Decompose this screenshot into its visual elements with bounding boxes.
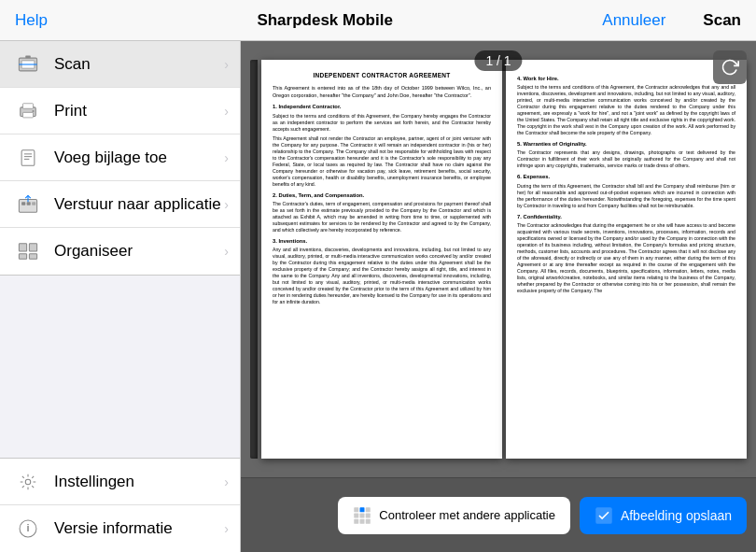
- control-label: Controleer met andere applicatie: [379, 508, 555, 522]
- instellingen-label: Instellingen: [54, 473, 224, 491]
- scan-icon: [11, 48, 45, 81]
- section-4-title: 4. Work for Hire.: [517, 75, 735, 82]
- content-area: 1 / 1 INDEPENDENT CONTRACTOR AGREEMENT T…: [241, 41, 756, 552]
- sidebar-item-organiseer[interactable]: Organiseer ›: [0, 228, 240, 275]
- svg-rect-20: [29, 254, 36, 260]
- svg-rect-14: [27, 202, 31, 205]
- share-icon: [11, 188, 45, 221]
- print-icon: [11, 94, 45, 128]
- page-counter: 1 / 1: [474, 50, 522, 71]
- bottom-bar: Controleer met andere applicatie Afbeeld…: [241, 477, 756, 552]
- sidebar-item-print[interactable]: Print ›: [0, 88, 240, 134]
- svg-rect-28: [360, 513, 365, 517]
- sidebar: Scan › Print ›: [0, 41, 241, 552]
- svg-rect-27: [355, 513, 359, 517]
- document-preview: 1 / 1 INDEPENDENT CONTRACTOR AGREEMENT T…: [241, 41, 756, 477]
- top-bar: Help Sharpdesk Mobile Annuleer Scan: [0, 0, 756, 41]
- document-page: INDEPENDENT CONTRACTOR AGREEMENT This Ag…: [261, 60, 502, 459]
- svg-text:i: i: [26, 522, 29, 533]
- app-title: Sharpdesk Mobile: [257, 11, 392, 30]
- svg-rect-24: [355, 507, 359, 512]
- svg-point-7: [32, 109, 34, 111]
- scan-chevron: ›: [224, 57, 229, 72]
- svg-rect-5: [23, 103, 34, 108]
- svg-rect-29: [366, 513, 371, 517]
- sidebar-item-instellingen[interactable]: Instellingen ›: [0, 459, 240, 505]
- settings-icon: [11, 465, 45, 499]
- doc-para-1: Subject to the terms and conditions of t…: [273, 113, 491, 133]
- info-icon: i: [11, 512, 45, 545]
- svg-rect-19: [19, 254, 26, 260]
- section-7-title: 7. Confidentiality.: [517, 213, 735, 220]
- main-layout: Scan › Print ›: [0, 41, 756, 552]
- document-content: INDEPENDENT CONTRACTOR AGREEMENT This Ag…: [261, 60, 502, 459]
- svg-rect-15: [32, 202, 35, 205]
- svg-rect-13: [21, 202, 25, 205]
- versie-chevron: ›: [224, 521, 229, 536]
- doc-para-4: Any and all inventions, discoveries, dev…: [273, 247, 491, 305]
- print-chevron: ›: [224, 104, 229, 119]
- svg-rect-26: [366, 507, 371, 512]
- help-link[interactable]: Help: [15, 11, 48, 30]
- svg-rect-32: [366, 518, 371, 523]
- sidebar-bottom-section: Instellingen › i Versie informatie ›: [0, 458, 240, 552]
- doc-para-6: The Contractor represents that any desig…: [517, 149, 735, 169]
- svg-rect-6: [23, 112, 34, 118]
- svg-rect-30: [355, 518, 359, 523]
- save-button[interactable]: Afbeelding opslaan: [580, 497, 747, 534]
- doc-para-5: Subject to the terms and conditions of t…: [517, 84, 735, 136]
- svg-rect-8: [21, 149, 35, 165]
- section-2-title: 2. Duties, Term, and Compensation.: [273, 191, 491, 199]
- versie-label: Versie informatie: [54, 519, 224, 538]
- top-scan-label: Scan: [703, 11, 741, 30]
- svg-rect-31: [360, 518, 365, 523]
- instellingen-chevron: ›: [224, 474, 229, 489]
- svg-rect-18: [29, 244, 36, 251]
- doc-para-7: During the term of this Agreement, the C…: [517, 183, 735, 209]
- doc-para-3: The Contractor's duties, term of engagem…: [273, 201, 491, 234]
- organize-icon: [11, 234, 45, 268]
- doc-para-8: The Contractor acknowledges that during …: [517, 222, 735, 294]
- refresh-button[interactable]: [713, 50, 747, 84]
- svg-rect-3: [25, 55, 31, 58]
- print-label: Print: [54, 102, 224, 120]
- sidebar-item-scan[interactable]: Scan ›: [0, 41, 240, 88]
- section-1-title: 1. Independent Contractor.: [273, 103, 491, 110]
- document-content-2: 4. Work for Hire. Subject to the terms a…: [506, 60, 747, 459]
- grid-icon: [353, 506, 371, 525]
- doc-title: INDEPENDENT CONTRACTOR AGREEMENT: [273, 71, 491, 79]
- document-wrapper: INDEPENDENT CONTRACTOR AGREEMENT This Ag…: [250, 60, 747, 459]
- save-icon: [595, 506, 613, 525]
- svg-point-21: [25, 479, 31, 485]
- svg-rect-33: [595, 507, 612, 524]
- save-label: Afbeelding opslaan: [621, 508, 732, 523]
- verstuur-chevron: ›: [224, 197, 229, 212]
- sidebar-item-bijlage[interactable]: Voeg bijlage toe ›: [0, 134, 240, 181]
- sidebar-item-versie[interactable]: i Versie informatie ›: [0, 505, 240, 552]
- doc-para-0: This Agreement is entered into as of the…: [273, 85, 491, 99]
- svg-rect-25: [360, 507, 365, 512]
- organiseer-chevron: ›: [224, 244, 229, 259]
- sidebar-item-verstuur[interactable]: Verstuur naar applicatie ›: [0, 181, 240, 228]
- verstuur-label: Verstuur naar applicatie: [54, 195, 224, 214]
- bijlage-label: Voeg bijlage toe: [54, 149, 224, 167]
- section-6-title: 6. Expenses.: [517, 173, 735, 180]
- section-5-title: 5. Warranties of Originality.: [517, 140, 735, 148]
- scan-label: Scan: [54, 55, 224, 74]
- annuleer-button[interactable]: Annuleer: [602, 11, 665, 30]
- bijlage-chevron: ›: [224, 150, 229, 165]
- control-button[interactable]: Controleer met andere applicatie: [338, 497, 570, 534]
- section-3-title: 3. Inventions.: [273, 237, 491, 245]
- doc-para-2: This Agreement shall not render the Cont…: [273, 135, 491, 188]
- svg-rect-17: [19, 244, 26, 251]
- attachment-icon: [11, 141, 45, 175]
- organiseer-label: Organiseer: [54, 242, 224, 261]
- document-page-2: 4. Work for Hire. Subject to the terms a…: [506, 60, 747, 459]
- sidebar-main-section: Scan › Print ›: [0, 41, 240, 276]
